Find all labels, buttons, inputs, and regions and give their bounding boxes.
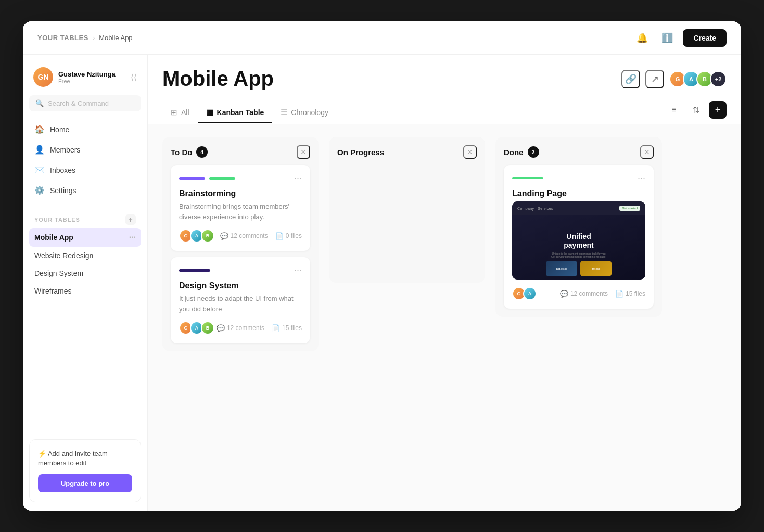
- card-landing-options-icon[interactable]: ···: [638, 173, 645, 183]
- table-item-wireframes-label: Wireframes: [34, 287, 72, 295]
- collaborators-avatar-stack: G A B +2: [669, 71, 727, 87]
- filter-button[interactable]: ≡: [665, 101, 683, 119]
- sidebar-item-settings[interactable]: ⚙️ Settings: [29, 181, 141, 200]
- tab-chronology[interactable]: ☰ Chronology: [272, 103, 337, 123]
- tab-kanban[interactable]: ▦ Kanban Table: [198, 103, 273, 123]
- table-item-design-system[interactable]: Design System: [29, 264, 141, 282]
- card-landing-page-avatars: G A: [512, 287, 537, 300]
- table-item-website-redesign[interactable]: Website Redesign: [29, 247, 141, 264]
- card-lp-comments-count: 12 comments: [570, 290, 608, 297]
- search-command-bar[interactable]: 🔍 Search & Command: [29, 95, 141, 111]
- card-ds-files-count: 15 files: [282, 324, 302, 332]
- chronology-tab-icon: ☰: [281, 108, 287, 117]
- upgrade-description: ⚡ Add and invite team members to edit: [38, 449, 132, 468]
- card-options-icon[interactable]: ···: [294, 173, 302, 183]
- column-todo-close-button[interactable]: ✕: [297, 145, 310, 159]
- breadcrumb-current: Mobile App: [99, 34, 132, 42]
- column-on-progress-title: On Progress: [337, 148, 384, 157]
- card-brainstorming-meta: 💬 12 comments 📄 0 files: [220, 232, 302, 240]
- card-brainstorming-title: Brainstorming: [179, 189, 302, 198]
- tab-all-label: All: [181, 108, 189, 117]
- card-ds-files: 📄 15 files: [272, 324, 302, 332]
- link-icon-button[interactable]: 🔗: [621, 70, 640, 88]
- page-title: Mobile App: [162, 67, 274, 91]
- your-tables-section-label: YOUR TABLES +: [29, 210, 141, 228]
- table-item-wireframes[interactable]: Wireframes: [29, 282, 141, 300]
- card-design-system-footer: G A B 💬 12 comments 📄: [179, 321, 302, 335]
- card-landing-page[interactable]: ··· Landing Page Company · Services Get …: [504, 165, 654, 309]
- column-on-progress-close-button[interactable]: ✕: [463, 145, 477, 159]
- kanban-column-on-progress: On Progress ✕: [329, 137, 485, 283]
- collapse-sidebar-button[interactable]: ⟨⟨: [131, 72, 137, 82]
- sidebar: GN Gustave Nzitunga Free ⟨⟨ 🔍 Search & C…: [23, 55, 148, 511]
- table-item-website-redesign-label: Website Redesign: [34, 251, 93, 260]
- card-comments: 💬 12 comments: [220, 232, 268, 240]
- preview-cards: $591,618.00 $59,668: [546, 261, 612, 276]
- breadcrumb-root[interactable]: YOUR TABLES: [37, 34, 88, 42]
- card-lp-files: 📄 15 files: [615, 290, 645, 298]
- user-plan: Free: [58, 78, 125, 84]
- preview-hero-subtitle: Unique is the payment experience built f…: [551, 252, 606, 258]
- add-column-button[interactable]: +: [709, 101, 727, 119]
- card-brainstorming-avatars: G A B: [179, 229, 214, 243]
- info-button[interactable]: ℹ️: [658, 29, 677, 47]
- preview-hero-title: Unifiedpayment: [564, 232, 594, 250]
- column-todo-title-group: To Do 4: [171, 146, 208, 158]
- kanban-column-todo: To Do 4 ✕ ···: [162, 137, 319, 351]
- sidebar-item-members[interactable]: 👤 Members: [29, 140, 141, 159]
- header-actions: 🔔 ℹ️ Create: [633, 29, 727, 47]
- column-done-title: Done: [504, 148, 524, 157]
- sidebar-item-inboxes-label: Inboxes: [50, 166, 75, 174]
- share-icon-button[interactable]: ↗: [645, 70, 664, 88]
- table-item-mobile-app-label: Mobile App: [34, 233, 73, 242]
- column-done-close-button[interactable]: ✕: [640, 145, 654, 159]
- card-brainstorming[interactable]: ··· Brainstorming Brainstorming brings t…: [171, 165, 310, 251]
- user-name: Gustave Nzitunga: [58, 70, 125, 78]
- create-button[interactable]: Create: [683, 29, 727, 47]
- column-on-progress-header: On Progress ✕: [337, 145, 477, 159]
- sidebar-item-inboxes[interactable]: ✉️ Inboxes: [29, 160, 141, 180]
- sidebar-user-info: Gustave Nzitunga Free: [58, 70, 125, 84]
- upgrade-button[interactable]: Upgrade to pro: [38, 474, 132, 492]
- card-design-system[interactable]: ··· Design System It just needs to adapt…: [171, 257, 310, 343]
- card-design-system-title: Design System: [179, 281, 302, 290]
- notification-button[interactable]: 🔔: [633, 29, 652, 47]
- card-lp-files-count: 15 files: [626, 290, 645, 297]
- card-lp-comments: 💬 12 comments: [560, 290, 608, 298]
- card-ds-comments-count: 12 comments: [227, 324, 264, 332]
- tab-kanban-label: Kanban Table: [217, 108, 264, 117]
- members-icon: 👤: [34, 145, 45, 155]
- page-title-actions: 🔗 ↗ G A B +2: [621, 70, 727, 88]
- sort-button[interactable]: ⇅: [687, 101, 705, 119]
- tab-all[interactable]: ⊞ All: [162, 103, 198, 123]
- comment-icon-lp: 💬: [560, 290, 568, 298]
- sidebar-item-members-label: Members: [50, 146, 80, 154]
- sidebar-navigation: 🏠 Home 👤 Members ✉️ Inboxes ⚙️ Settings: [29, 120, 141, 200]
- file-icon-lp: 📄: [615, 290, 623, 298]
- comment-icon-ds: 💬: [217, 324, 225, 332]
- avatar: GN: [33, 67, 53, 87]
- add-table-button[interactable]: +: [125, 214, 136, 225]
- card-landing-page-title: Landing Page: [512, 189, 645, 198]
- column-on-progress-title-group: On Progress: [337, 148, 384, 157]
- preview-card-1: $591,618.00: [546, 261, 577, 276]
- column-todo-header: To Do 4 ✕: [171, 145, 310, 159]
- kanban-board: To Do 4 ✕ ···: [148, 124, 741, 511]
- file-icon: 📄: [275, 232, 284, 240]
- card-tag-green: [209, 177, 235, 180]
- sidebar-item-home[interactable]: 🏠 Home: [29, 120, 141, 139]
- page-title-row: Mobile App 🔗 ↗ G A B +2: [162, 67, 727, 91]
- preview-card-2-text: $59,668: [592, 268, 600, 270]
- preview-nav-left: Company · Services: [517, 207, 553, 210]
- card-design-system-desc: It just needs to adapt the UI from what …: [179, 294, 302, 314]
- preview-card-1-text: $591,618.00: [556, 268, 567, 270]
- table-item-mobile-app[interactable]: Mobile App ···: [29, 228, 141, 247]
- table-item-options-icon[interactable]: ···: [129, 233, 136, 242]
- card-brainstorming-footer: G A B 💬 12 comments 📄: [179, 229, 302, 243]
- upgrade-box: ⚡ Add and invite team members to edit Up…: [29, 439, 141, 502]
- tab-chronology-label: Chronology: [291, 108, 328, 117]
- inboxes-icon: ✉️: [34, 165, 45, 175]
- card-options-icon-2[interactable]: ···: [294, 265, 302, 275]
- card-brainstorming-desc: Brainstorming brings team members' diver…: [179, 201, 302, 222]
- comment-icon: 💬: [220, 232, 228, 240]
